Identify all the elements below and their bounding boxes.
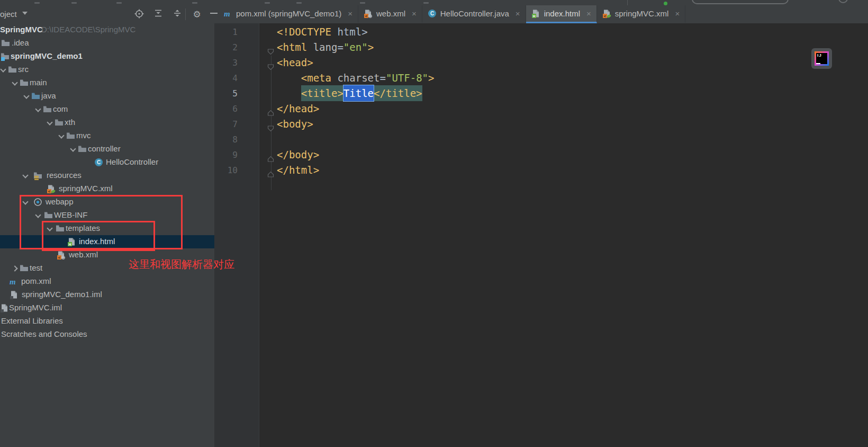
tree-item-label: .idea	[12, 38, 29, 47]
tree-item-java[interactable]: java	[0, 90, 214, 103]
tree-item-xth[interactable]: xth	[0, 116, 214, 129]
project-path: D:\IDEACODE\SpringMVC	[41, 25, 135, 34]
line-number: 7	[214, 117, 238, 132]
source-folder-icon	[31, 92, 40, 101]
tree-item-springmvc-demo1[interactable]: springMVC_demo1	[0, 50, 214, 63]
maven-icon: m	[9, 277, 18, 286]
tree-item--idea[interactable]: .idea	[0, 37, 214, 50]
web-xml-file-icon: <	[57, 251, 66, 260]
tree-item-label: springMVC_demo1	[11, 51, 83, 60]
resources-folder-icon	[33, 171, 42, 180]
line-number: 9	[214, 147, 238, 163]
package-folder-icon	[78, 145, 87, 154]
close-tab-icon[interactable]: ×	[412, 9, 417, 18]
tree-item-springmvc[interactable]: SpringMVCD:\IDEACODE\SpringMVC	[0, 23, 214, 37]
tree-item-pom-xml[interactable]: mpom.xml	[0, 275, 214, 288]
fold-region-end-icon[interactable]	[267, 151, 275, 159]
main-toolbar-clipped	[0, 0, 868, 5]
chevron-down-icon[interactable]	[22, 172, 28, 178]
code-text: <head>	[277, 55, 313, 70]
folder-icon	[20, 264, 29, 273]
fold-region-end-icon[interactable]	[267, 167, 275, 174]
tree-item-label: pom.xml	[21, 276, 51, 285]
code-line-6[interactable]: 6</head>	[214, 101, 868, 117]
tree-item-label: resources	[47, 171, 82, 180]
tab-label: web.xml	[376, 9, 405, 18]
code-line-4[interactable]: 4 <meta charset="UTF-8">	[214, 70, 868, 86]
fold-region-start-icon[interactable]	[267, 121, 275, 128]
tree-item-scratches-and-consoles[interactable]: Scratches and Consoles	[0, 328, 214, 341]
tree-item-springmvc-xml[interactable]: <springMVC.xml	[0, 182, 214, 195]
tree-item-springmvc-iml[interactable]: SpringMVC.iml	[0, 301, 214, 315]
chevron-down-icon[interactable]	[23, 93, 29, 99]
tab-label: index.html	[544, 9, 580, 18]
tree-item-controller[interactable]: controller	[0, 142, 214, 156]
code-line-7[interactable]: 7<body>	[214, 117, 868, 132]
code-line-2[interactable]: 2<html lang="en">	[214, 40, 868, 55]
code-text: <meta charset="UTF-8">	[277, 70, 434, 86]
tree-item-external-libraries[interactable]: External Libraries	[0, 315, 214, 328]
tree-item-com[interactable]: com	[0, 103, 214, 116]
code-area[interactable]: 1<!DOCTYPE html>2<html lang="en">3<head>…	[214, 24, 868, 178]
html-file-icon: H	[531, 9, 540, 18]
tree-item-label: controller	[88, 144, 121, 153]
code-line-1[interactable]: 1<!DOCTYPE html>	[214, 24, 868, 40]
tree-item-mvc[interactable]: mvc	[0, 129, 214, 142]
tab-label: pom.xml (springMVC_demo1)	[236, 9, 341, 18]
maven-icon: m	[223, 9, 232, 18]
editor-tab-bar: mpom.xml (springMVC_demo1)×<web.xml×CHel…	[214, 5, 868, 23]
code-line-9[interactable]: 9</body>	[214, 147, 868, 163]
code-line-8[interactable]: 8	[214, 132, 868, 147]
fold-region-start-icon[interactable]	[267, 59, 275, 67]
tab-hellocontroller-java[interactable]: CHelloController.java×	[422, 5, 526, 23]
intellij-logo-icon: IJ	[815, 51, 829, 66]
fold-region-end-icon[interactable]	[267, 105, 275, 113]
line-number: 5	[214, 86, 238, 101]
run-config-combo-clipped[interactable]	[692, 0, 789, 4]
close-tab-icon[interactable]: ×	[348, 9, 352, 18]
tree-item-label: springMVC_demo1.iml	[22, 290, 102, 299]
tree-item-main[interactable]: main	[0, 76, 214, 90]
code-line-10[interactable]: 10</html>	[214, 163, 868, 178]
chevron-down-icon[interactable]	[70, 146, 76, 151]
svg-text:m: m	[224, 10, 230, 18]
tree-item-src[interactable]: src	[0, 63, 214, 76]
editor-body[interactable]: 1<!DOCTYPE html>2<html lang="en">3<head>…	[214, 23, 868, 447]
fold-region-start-icon[interactable]	[267, 44, 275, 51]
chevron-down-icon[interactable]	[12, 79, 17, 85]
chevron-right-icon[interactable]	[12, 265, 17, 271]
tree-item-resources[interactable]: resources	[0, 169, 214, 182]
tab-springmvc-xml[interactable]: <springMVC.xml×	[597, 5, 685, 23]
toolbar-button-clipped[interactable]	[838, 0, 848, 3]
iml-file-icon	[0, 303, 9, 312]
tree-item-label: test	[30, 263, 42, 272]
ide-window: oject ⚙ SpringMVCD:\IDEACODE\SpringMVC.i…	[0, 0, 868, 447]
chevron-down-icon[interactable]	[47, 119, 52, 125]
annotation-note: 这里和视图解析器对应	[129, 257, 234, 272]
tree-item-hellocontroller[interactable]: CHelloController	[0, 156, 214, 169]
tab-pom-xml-springmvc-demo1-[interactable]: mpom.xml (springMVC_demo1)×	[218, 5, 358, 23]
code-text: <body>	[277, 117, 313, 132]
code-line-5[interactable]: 5 <title>Title</title>	[214, 86, 868, 101]
line-number: 4	[214, 70, 238, 86]
tree-item-springmvc-demo1-iml[interactable]: springMVC_demo1.iml	[0, 288, 214, 301]
tree-item-label: xth	[65, 118, 75, 127]
spring-xml-file-icon: <	[47, 184, 56, 193]
tree-item-label: springMVC.xml	[59, 184, 113, 193]
intellij-logo-overlay: IJ	[811, 48, 832, 69]
close-tab-icon[interactable]: ×	[675, 9, 680, 18]
chevron-down-icon[interactable]	[0, 66, 6, 72]
tab-label: HelloController.java	[440, 9, 509, 18]
tree-item-label: External Libraries	[1, 316, 63, 325]
chevron-down-icon[interactable]	[58, 132, 64, 138]
close-tab-icon[interactable]: ×	[516, 9, 520, 18]
tab-web-xml[interactable]: <web.xml×	[358, 5, 422, 23]
chevron-down-icon[interactable]	[35, 106, 41, 112]
package-folder-icon	[43, 105, 52, 114]
close-tab-icon[interactable]: ×	[586, 9, 591, 18]
tree-item-label: SpringMVC	[0, 25, 43, 34]
svg-text:H: H	[532, 14, 535, 18]
code-line-3[interactable]: 3<head>	[214, 55, 868, 70]
tab-index-html[interactable]: Hindex.html×	[526, 5, 597, 23]
run-button-clipped[interactable]	[664, 2, 667, 5]
